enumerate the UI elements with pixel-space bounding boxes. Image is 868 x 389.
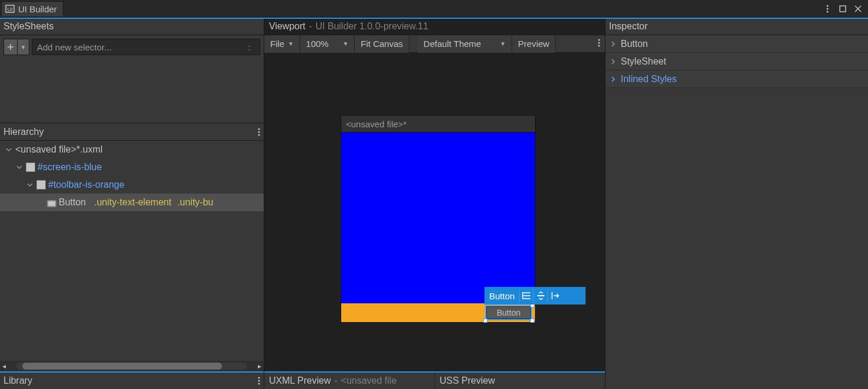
svg-point-2: [827, 5, 829, 6]
svg-point-8: [258, 134, 260, 136]
viewport-toolbar: File▼ 100%▼ Fit Canvas Default Theme▼ Pr…: [264, 35, 605, 53]
inspector-section-button[interactable]: Button: [605, 35, 868, 53]
inspector-header: Inspector: [605, 18, 868, 35]
window-titlebar: UI UI Builder: [0, 0, 868, 18]
horizontal-scrollbar[interactable]: ◂ ▸: [0, 361, 264, 371]
library-title: Library: [4, 376, 32, 386]
tree-label: <unsaved file>*.uxml: [15, 144, 103, 155]
canvas-title[interactable]: <unsaved file>*: [341, 115, 536, 133]
svg-text:UI: UI: [8, 6, 13, 12]
kebab-menu-icon[interactable]: [822, 4, 833, 14]
svg-point-15: [598, 42, 600, 43]
stylesheets-panel: ▼ Add new selector... :: [0, 35, 264, 123]
svg-rect-5: [840, 6, 846, 12]
hierarchy-header: Hierarchy: [0, 123, 264, 141]
preview-button[interactable]: Preview: [512, 35, 556, 53]
canvas-area[interactable]: <unsaved file>* Button Button: [264, 53, 605, 371]
scroll-left-arrow[interactable]: ◂: [0, 362, 8, 370]
scrollbar-thumb[interactable]: [22, 363, 222, 370]
zoom-dropdown[interactable]: 100%▼: [300, 35, 355, 53]
file-menu[interactable]: File▼: [264, 35, 300, 53]
tree-class: .unity-bu: [177, 197, 213, 208]
library-menu-icon[interactable]: [258, 377, 260, 385]
visual-element-icon: [36, 180, 46, 190]
inspector-section-stylesheet[interactable]: StyleSheet: [605, 53, 868, 70]
tree-label: #toolbar-is-orange: [48, 180, 125, 190]
foldout-right-icon: [609, 57, 617, 66]
tree-row-root[interactable]: <unsaved file>*.uxml: [0, 141, 264, 158]
close-icon[interactable]: [853, 4, 863, 14]
inspector-title: Inspector: [609, 21, 648, 32]
flex-direction-icon[interactable]: [519, 289, 533, 303]
svg-point-6: [258, 128, 260, 130]
svg-point-13: [258, 383, 260, 385]
canvas-content[interactable]: Button Button: [341, 133, 536, 323]
inspector-section-inlined-styles[interactable]: Inlined Styles: [605, 70, 868, 88]
pseudo-selector-hint[interactable]: :: [243, 42, 255, 52]
foldout-right-icon: [609, 40, 617, 48]
library-header: Library: [0, 371, 264, 389]
stylesheets-header: StyleSheets: [0, 18, 264, 35]
selection-tag-label: Button: [485, 291, 519, 301]
title-tab-label: UI Builder: [18, 4, 57, 14]
selector-input[interactable]: Add new selector... :: [32, 39, 260, 55]
foldout-right-icon: [609, 75, 617, 83]
align-items-icon[interactable]: [533, 289, 547, 303]
add-dropdown[interactable]: ▼: [18, 39, 29, 55]
visual-element-icon: [26, 163, 35, 172]
preview-footer: UXML Preview - <unsaved file USS Preview: [264, 371, 605, 389]
tree-row-toolbar[interactable]: #toolbar-is-orange: [0, 176, 264, 194]
foldout-icon[interactable]: [5, 146, 13, 154]
justify-content-icon[interactable]: [547, 289, 561, 303]
viewport-subtitle: UI Builder 1.0.0-preview.11: [315, 21, 428, 32]
screen-element[interactable]: [341, 133, 535, 304]
svg-rect-10: [48, 201, 55, 206]
foldout-icon[interactable]: [26, 181, 34, 189]
svg-point-16: [598, 45, 600, 46]
tree-class: .unity-text-element: [94, 197, 171, 208]
selection-tag[interactable]: Button: [485, 287, 586, 305]
uxml-preview-header[interactable]: UXML Preview - <unsaved file: [264, 373, 435, 389]
title-tab[interactable]: UI UI Builder: [1, 1, 63, 16]
stylesheets-title: StyleSheets: [4, 21, 53, 32]
ui-builder-icon: UI: [5, 4, 15, 13]
button-element-icon: [47, 199, 56, 206]
theme-dropdown[interactable]: Default Theme▼: [418, 35, 512, 53]
svg-point-11: [258, 377, 260, 379]
add-button[interactable]: [4, 39, 18, 55]
viewport-title: Viewport: [269, 21, 305, 32]
viewport-menu-icon[interactable]: [593, 39, 605, 49]
uss-preview-header[interactable]: USS Preview: [435, 373, 605, 389]
svg-point-14: [598, 39, 600, 40]
foldout-icon[interactable]: [15, 163, 23, 171]
hierarchy-menu-icon[interactable]: [258, 128, 260, 136]
hierarchy-panel: <unsaved file>*.uxml #screen-is-blue #to…: [0, 141, 264, 371]
tree-row-button[interactable]: Button .unity-text-element .unity-bu: [0, 194, 264, 211]
svg-point-4: [827, 11, 829, 12]
fit-canvas-button[interactable]: Fit Canvas: [355, 35, 409, 53]
svg-point-12: [258, 380, 260, 382]
maximize-icon[interactable]: [837, 4, 848, 14]
tree-label: #screen-is-blue: [38, 162, 102, 172]
hierarchy-title: Hierarchy: [4, 127, 43, 137]
selection-outline: [485, 305, 532, 320]
svg-point-3: [827, 8, 829, 9]
tree-label: Button: [59, 197, 86, 208]
selector-placeholder: Add new selector...: [37, 42, 112, 52]
scroll-right-arrow[interactable]: ▸: [255, 362, 264, 370]
svg-point-7: [258, 131, 260, 133]
tree-row-screen[interactable]: #screen-is-blue: [0, 158, 264, 176]
viewport-header: Viewport - UI Builder 1.0.0-preview.11: [264, 18, 605, 35]
